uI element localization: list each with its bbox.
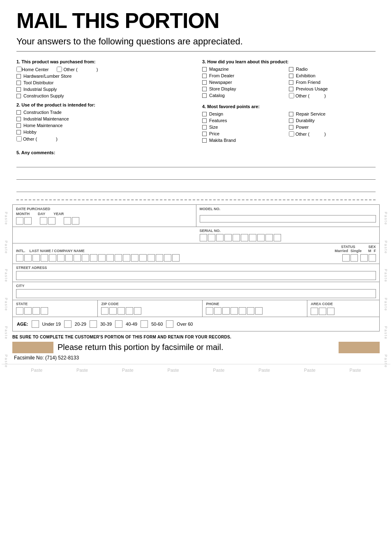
zip-box-2[interactable] bbox=[109, 307, 117, 315]
name-box-4[interactable] bbox=[41, 254, 48, 262]
phone-box-4[interactable] bbox=[231, 307, 238, 315]
serial-box-5[interactable] bbox=[233, 234, 240, 241]
q3-catalog-cb[interactable] bbox=[202, 93, 207, 98]
serial-box-8[interactable] bbox=[257, 234, 265, 241]
state-box-3[interactable] bbox=[32, 307, 40, 315]
model-no-input[interactable] bbox=[200, 215, 376, 222]
q4-other-cb[interactable] bbox=[289, 131, 294, 137]
name-box-8[interactable] bbox=[74, 254, 81, 262]
q1-home-center-cb[interactable] bbox=[16, 67, 22, 72]
month-box-1[interactable] bbox=[16, 217, 23, 225]
phone-box-1[interactable] bbox=[206, 307, 213, 315]
q1-tool-dist-cb[interactable] bbox=[16, 81, 21, 85]
q4-size: Size bbox=[209, 125, 218, 130]
q4-features-cb[interactable] bbox=[202, 118, 207, 123]
phone-box-5[interactable] bbox=[239, 307, 246, 315]
q1-industrial-cb[interactable] bbox=[16, 87, 21, 92]
sex-m-box[interactable] bbox=[360, 254, 368, 262]
state-box-4[interactable] bbox=[41, 307, 48, 315]
q3-magazine-cb[interactable] bbox=[202, 67, 207, 72]
month-box-2[interactable] bbox=[24, 217, 32, 225]
name-box-18[interactable] bbox=[156, 254, 163, 262]
q2-home-cb[interactable] bbox=[16, 123, 21, 128]
name-box-17[interactable] bbox=[148, 254, 155, 262]
name-box-2[interactable] bbox=[24, 254, 32, 262]
day-box-2[interactable] bbox=[48, 217, 55, 225]
zip-box-5[interactable] bbox=[134, 307, 141, 315]
q1-other-cb[interactable] bbox=[57, 67, 62, 72]
zip-box-3[interactable] bbox=[118, 307, 125, 315]
area-box-2[interactable] bbox=[319, 308, 326, 315]
phone-box-3[interactable] bbox=[222, 307, 230, 315]
serial-box-1[interactable] bbox=[200, 234, 207, 241]
city-input[interactable] bbox=[16, 289, 376, 298]
serial-box-3[interactable] bbox=[216, 234, 224, 241]
q3-other-cb[interactable] bbox=[289, 93, 294, 98]
street-input[interactable] bbox=[16, 271, 376, 280]
single-box[interactable] bbox=[350, 254, 358, 262]
q2-other-cb[interactable] bbox=[16, 136, 22, 141]
phone-box-6[interactable] bbox=[247, 307, 254, 315]
serial-box-10[interactable] bbox=[274, 234, 281, 241]
phone-box-7[interactable] bbox=[255, 307, 263, 315]
state-box-2[interactable] bbox=[24, 307, 32, 315]
name-box-14[interactable] bbox=[123, 254, 130, 262]
name-box-15[interactable] bbox=[131, 254, 138, 262]
name-box-20[interactable] bbox=[172, 254, 180, 262]
year-box-2[interactable] bbox=[72, 217, 79, 225]
name-box-1[interactable] bbox=[16, 254, 23, 262]
q3-dealer-cb[interactable] bbox=[202, 74, 207, 78]
state-box-1[interactable] bbox=[16, 307, 23, 315]
phone-box-2[interactable] bbox=[214, 307, 221, 315]
q1-construction-cb[interactable] bbox=[16, 94, 21, 98]
q3-friend-cb[interactable] bbox=[289, 80, 293, 85]
q3-store-cb[interactable] bbox=[202, 87, 207, 91]
name-box-12[interactable] bbox=[106, 254, 114, 262]
married-box[interactable] bbox=[342, 254, 350, 262]
q4-power-cb[interactable] bbox=[289, 125, 293, 130]
sex-f-box[interactable] bbox=[369, 254, 376, 262]
q3-prev-cb[interactable] bbox=[289, 87, 293, 91]
q1-hardware-cb[interactable] bbox=[16, 74, 21, 79]
age-4049: 40-49 bbox=[126, 322, 137, 327]
name-box-19[interactable] bbox=[164, 254, 171, 262]
q4-makita-cb[interactable] bbox=[202, 138, 207, 143]
name-box-11[interactable] bbox=[98, 254, 106, 262]
name-box-6[interactable] bbox=[57, 254, 65, 262]
serial-box-4[interactable] bbox=[224, 234, 232, 241]
q4-design-cb[interactable] bbox=[202, 112, 207, 116]
year-box-1[interactable] bbox=[64, 217, 71, 225]
serial-box-2[interactable] bbox=[208, 234, 215, 241]
q2-hobby-cb[interactable] bbox=[16, 130, 21, 134]
name-box-5[interactable] bbox=[49, 254, 56, 262]
q3-newspaper-cb[interactable] bbox=[202, 80, 207, 85]
name-box-7[interactable] bbox=[65, 254, 73, 262]
age-box-5060[interactable] bbox=[141, 320, 148, 328]
q4-price-cb[interactable] bbox=[202, 132, 207, 136]
serial-box-7[interactable] bbox=[249, 234, 256, 241]
zip-box-1[interactable] bbox=[101, 307, 108, 315]
name-box-3[interactable] bbox=[32, 254, 40, 262]
q4-size-cb[interactable] bbox=[202, 125, 207, 130]
q3-exhibition-cb[interactable] bbox=[289, 74, 293, 78]
age-box-4049[interactable] bbox=[115, 320, 122, 328]
area-box-3[interactable] bbox=[327, 308, 334, 315]
q4-durability-cb[interactable] bbox=[289, 118, 293, 123]
age-box-3039[interactable] bbox=[90, 320, 97, 328]
name-box-13[interactable] bbox=[115, 254, 122, 262]
q3-radio-cb[interactable] bbox=[289, 67, 293, 72]
age-box-over60[interactable] bbox=[166, 320, 173, 328]
name-box-10[interactable] bbox=[90, 254, 97, 262]
zip-box-4[interactable] bbox=[126, 307, 133, 315]
serial-box-6[interactable] bbox=[241, 234, 248, 241]
age-box-2029[interactable] bbox=[64, 320, 71, 328]
q2-construction-cb[interactable] bbox=[16, 110, 21, 115]
q2-industrial-cb[interactable] bbox=[16, 117, 21, 121]
day-box-1[interactable] bbox=[40, 217, 47, 225]
name-box-16[interactable] bbox=[139, 254, 147, 262]
age-box-under19[interactable] bbox=[32, 320, 39, 328]
serial-box-9[interactable] bbox=[265, 234, 273, 241]
name-box-9[interactable] bbox=[82, 254, 89, 262]
area-box-1[interactable] bbox=[311, 308, 318, 315]
q4-repair-cb[interactable] bbox=[289, 112, 293, 116]
